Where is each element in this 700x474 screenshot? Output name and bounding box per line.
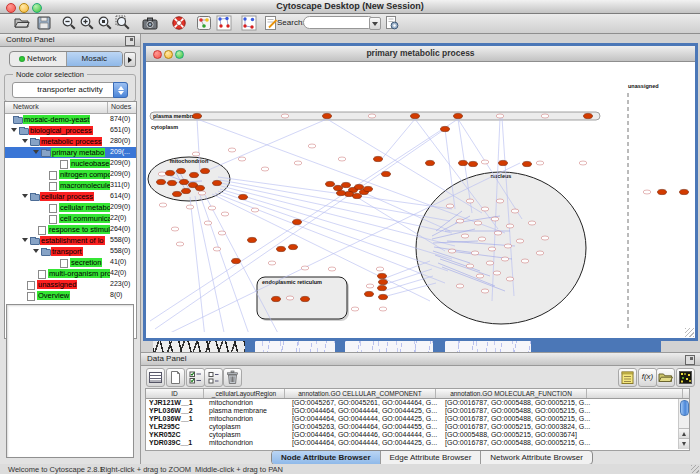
- network-node[interactable]: [196, 185, 205, 190]
- attribute-select-icon[interactable]: [146, 368, 165, 387]
- tab-network[interactable]: Network: [10, 52, 66, 66]
- network-node[interactable]: [469, 161, 478, 166]
- table-row[interactable]: YDR039C__1mitochondrion[GO:0044464, GO:0…: [146, 439, 677, 447]
- network-node[interactable]: [182, 188, 191, 193]
- table-row[interactable]: YPL036W__2plasma membrane[GO:0044464, GO…: [146, 407, 677, 415]
- node-color-dropdown[interactable]: transporter activity: [12, 82, 128, 98]
- column-header[interactable]: annotation.GO MOLECULAR_FUNCTION: [436, 389, 587, 398]
- minimize-icon[interactable]: [164, 50, 173, 59]
- resize-grip-icon[interactable]: [691, 465, 699, 473]
- scroll-down-icon[interactable]: [679, 438, 689, 449]
- network-node[interactable]: [584, 113, 593, 118]
- birdseye-view-panel[interactable]: [6, 304, 134, 458]
- network-node[interactable]: [499, 160, 508, 165]
- minimize-icon[interactable]: [19, 3, 29, 13]
- float-panel-icon[interactable]: [125, 36, 135, 46]
- tree-row[interactable]: metabolic process280(0): [5, 136, 136, 147]
- table-row[interactable]: YJR121W__1mitochondrion[GO:0045267, GO:0…: [146, 399, 677, 407]
- network-tree-label[interactable]: cellular metabo: [59, 203, 110, 212]
- network-node[interactable]: [180, 179, 189, 184]
- network-node[interactable]: [166, 170, 175, 175]
- column-divider[interactable]: [107, 102, 108, 113]
- tree-row[interactable]: primary metabo209(...: [5, 147, 136, 158]
- network-node[interactable]: [177, 168, 186, 173]
- expand-arrow-icon[interactable]: [11, 128, 17, 132]
- network-node[interactable]: [342, 182, 351, 187]
- dropdown-stepper-icon[interactable]: [113, 82, 128, 98]
- network-tree-label[interactable]: secretion: [70, 258, 102, 267]
- network-tree-label[interactable]: metabolic process: [40, 137, 102, 146]
- network-tree-label[interactable]: transport: [51, 247, 83, 256]
- more-tabs-arrow-icon[interactable]: [124, 52, 136, 67]
- column-header[interactable]: ID: [146, 389, 204, 398]
- network-node[interactable]: [337, 190, 346, 195]
- network-node[interactable]: [378, 273, 387, 278]
- expand-arrow-icon[interactable]: [33, 249, 39, 253]
- tab-edge-attribute-browser[interactable]: Edge Attribute Browser: [380, 451, 481, 464]
- import-attributes-folder-icon[interactable]: [656, 368, 675, 387]
- network-node[interactable]: [411, 113, 420, 118]
- expand-arrow-icon[interactable]: [33, 150, 39, 154]
- network-node[interactable]: [277, 246, 286, 251]
- network-tree-label[interactable]: primary metabo: [51, 148, 105, 157]
- tree-row[interactable]: establishment of lo558(0): [5, 235, 136, 246]
- network-node[interactable]: [334, 185, 343, 190]
- network-node[interactable]: [379, 294, 388, 299]
- delete-attribute-trash-icon[interactable]: [223, 368, 242, 387]
- resize-grip-icon[interactable]: [685, 328, 694, 337]
- network-node[interactable]: [272, 296, 281, 301]
- tab-node-attribute-browser[interactable]: Node Attribute Browser: [272, 451, 380, 464]
- table-row[interactable]: YKR052Ccytoplasm[GO:0044464, GO:0044446,…: [146, 431, 677, 439]
- network-node[interactable]: [326, 181, 335, 186]
- network-tree-label[interactable]: cell communicat: [59, 214, 110, 223]
- unselect-all-attributes-icon[interactable]: [204, 368, 223, 387]
- table-row[interactable]: YPL036W__1mitochondrion[GO:0044464, GO:0…: [146, 415, 677, 423]
- tree-row[interactable]: cell communicat22(0): [5, 213, 136, 224]
- network-node[interactable]: [168, 180, 177, 185]
- network-node[interactable]: [248, 237, 257, 242]
- network-node[interactable]: [345, 191, 354, 196]
- column-network[interactable]: Network: [13, 103, 39, 110]
- network-node[interactable]: [193, 113, 202, 118]
- network-tree-label[interactable]: biological_process: [29, 126, 93, 135]
- tree-row[interactable]: nucleobase-209(0): [5, 158, 136, 169]
- select-all-attributes-icon[interactable]: [186, 368, 205, 387]
- tree-row[interactable]: macromolecule311(0): [5, 180, 136, 191]
- network-node[interactable]: [157, 179, 166, 184]
- zoom-window-icon[interactable]: [175, 50, 184, 59]
- tab-mosaic[interactable]: Mosaic: [66, 52, 123, 66]
- network-node[interactable]: [441, 126, 450, 131]
- network-node[interactable]: [378, 285, 387, 290]
- network-node[interactable]: [190, 172, 199, 177]
- column-header[interactable]: _cellularLayoutRegion: [204, 389, 285, 398]
- network-node[interactable]: [680, 189, 689, 194]
- network-node[interactable]: [353, 193, 362, 198]
- help-lifesaver-icon[interactable]: [171, 15, 187, 31]
- new-attribute-icon[interactable]: [166, 368, 185, 387]
- network-node[interactable]: [173, 191, 182, 196]
- new-network-selected-all-edges-icon[interactable]: [216, 15, 232, 31]
- zoom-fit-icon[interactable]: [97, 15, 113, 31]
- open-icon[interactable]: [14, 15, 30, 31]
- network-node[interactable]: [459, 160, 468, 165]
- tree-row[interactable]: transport558(0): [5, 246, 136, 257]
- network-tree-label[interactable]: establishment of lo: [40, 236, 105, 245]
- zoom-selected-icon[interactable]: [115, 15, 131, 31]
- zoom-window-icon[interactable]: [32, 3, 42, 13]
- zoom-in-icon[interactable]: [79, 15, 95, 31]
- network-tree-label[interactable]: cellular process: [40, 192, 94, 201]
- expand-arrow-icon[interactable]: [22, 139, 28, 143]
- network-tree-label[interactable]: unassigned: [37, 280, 77, 289]
- network-node[interactable]: [374, 156, 383, 161]
- vizmapper-icon[interactable]: [196, 15, 212, 31]
- network-view-titlebar[interactable]: primary metabolic process: [146, 46, 695, 62]
- close-icon[interactable]: [6, 3, 16, 13]
- network-tree-label[interactable]: nitrogen compo: [59, 170, 110, 179]
- close-icon[interactable]: [153, 50, 162, 59]
- search-dropdown-arrow-icon[interactable]: [369, 17, 381, 30]
- network-node[interactable]: [355, 184, 364, 189]
- network-node[interactable]: [658, 189, 667, 194]
- column-nodes[interactable]: Nodes: [111, 103, 131, 110]
- formula-builder-icon[interactable]: f(x): [638, 368, 657, 387]
- network-tree-label[interactable]: response to stimulu: [48, 225, 110, 234]
